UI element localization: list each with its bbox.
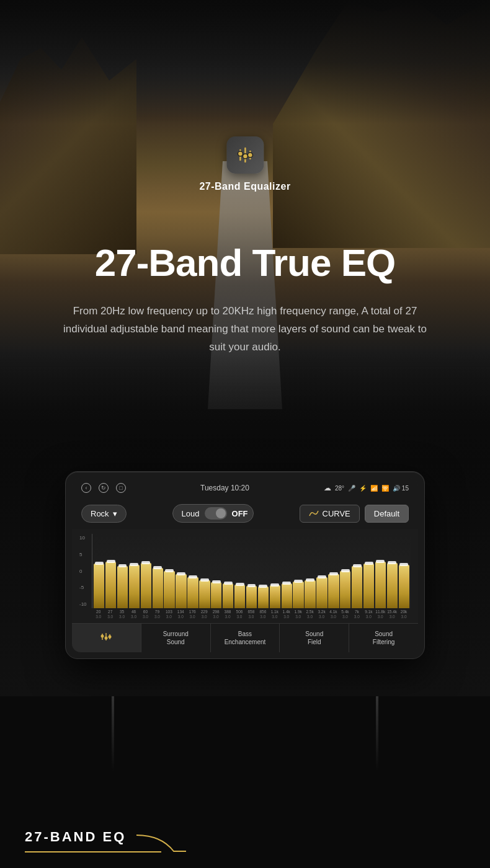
bottom-fade — [0, 347, 490, 471]
loud-toggle[interactable] — [205, 507, 227, 520]
eq-tab[interactable] — [72, 624, 141, 652]
eq-bar-9[interactable] — [199, 534, 210, 608]
eq-bar-22[interactable] — [352, 534, 362, 608]
eq-bar-17[interactable] — [293, 534, 303, 608]
eq-bar-21[interactable] — [340, 534, 350, 608]
back-button[interactable]: ‹ — [81, 483, 91, 493]
eq-bar-handle-6 — [165, 569, 174, 572]
refresh-button[interactable]: ↻ — [99, 483, 109, 493]
y-label-10: 10 — [79, 535, 92, 541]
default-button[interactable]: Default — [365, 505, 409, 523]
eq-bar-23[interactable] — [363, 534, 374, 608]
sliders-icon — [100, 631, 112, 642]
q-label-7: 3.0 — [176, 614, 186, 619]
q-label-13: 3.0 — [246, 614, 256, 619]
q-label-18: 3.0 — [305, 614, 315, 619]
eq-bar-26[interactable] — [399, 534, 409, 608]
sound-filtering-tab[interactable]: SoundFiltering — [349, 624, 418, 652]
curve-button[interactable]: CURVE — [300, 505, 360, 523]
eq-bars-area — [92, 534, 411, 608]
loud-toggle-group: Loud OFF — [172, 504, 254, 523]
q-label-26: 3.0 — [398, 614, 409, 619]
eq-bar-25[interactable] — [387, 534, 398, 608]
eq-bar-20[interactable] — [328, 534, 339, 608]
eq-bar-5[interactable] — [153, 534, 163, 608]
eq-bar-8[interactable] — [187, 534, 198, 608]
q-label-21: 3.0 — [340, 614, 350, 619]
app-title-small: 27-Band Equalizer — [199, 181, 290, 192]
bass-enhancement-tab[interactable]: BassEnchancement — [211, 624, 280, 652]
q-label-2: 3.0 — [117, 614, 127, 619]
freq-label-10: 298 — [210, 609, 221, 614]
freq-label-3: 46 — [128, 609, 139, 614]
eq-bar-handle-26 — [399, 563, 408, 566]
freq-label-18: 2.5k — [305, 609, 315, 614]
y-label-neg5: -5 — [79, 585, 92, 590]
bluetooth-icon: ⚡ — [359, 485, 367, 492]
freq-label-20: 4.1k — [328, 609, 339, 614]
mic-icon: 🎤 — [348, 485, 355, 492]
app-icon[interactable] — [226, 136, 264, 174]
eq-bar-14[interactable] — [258, 534, 269, 608]
freq-label-5: 79 — [152, 609, 163, 614]
freq-label-23: 9.1k — [363, 609, 374, 614]
sound-filtering-label: SoundFiltering — [373, 630, 395, 646]
freq-label-13: 658 — [246, 609, 256, 614]
hero-section: 27-Band Equalizer 27-Band True EQ From 2… — [0, 0, 490, 471]
q-label-5: 3.0 — [152, 614, 163, 619]
eq-bar-6[interactable] — [164, 534, 174, 608]
q-label-12: 3.0 — [234, 614, 244, 619]
surround-sound-tab[interactable]: SurroundSound — [141, 624, 211, 652]
bottom-tabs: SurroundSound BassEnchancement SoundFiel… — [72, 623, 418, 652]
eq-bar-0[interactable] — [94, 534, 104, 608]
eq-bar-4[interactable] — [141, 534, 151, 608]
eq-bar-10[interactable] — [211, 534, 221, 608]
eq-bar-1[interactable] — [105, 534, 116, 608]
freq-label-17: 1.9k — [293, 609, 303, 614]
right-controls: CURVE Default — [300, 505, 409, 523]
eq-bar-handle-21 — [341, 569, 350, 572]
eq-bar-handle-13 — [247, 584, 256, 587]
default-label: Default — [374, 509, 399, 518]
q-label-25: 3.0 — [386, 614, 397, 619]
eq-bar-handle-10 — [212, 580, 221, 583]
q-label-0: 3.0 — [93, 614, 104, 619]
svg-point-3 — [238, 151, 243, 156]
signal-icon: 📶 — [370, 485, 378, 492]
eq-bar-2[interactable] — [117, 534, 128, 608]
freq-label-11: 388 — [222, 609, 233, 614]
eq-bar-15[interactable] — [270, 534, 280, 608]
eq-bar-3[interactable] — [129, 534, 140, 608]
mockup-section: ‹ ↻ □ Tuesday 10:20 ☁ 28° 🎤 ⚡ 📶 🛜 🔊 15 — [0, 459, 490, 696]
gold-curve-svg — [136, 834, 186, 852]
q-label-10: 3.0 — [210, 614, 221, 619]
eq-bar-13[interactable] — [246, 534, 257, 608]
freq-label-22: 7k — [352, 609, 362, 614]
curve-label: CURVE — [323, 509, 350, 518]
app-icon-area: 27-Band Equalizer — [199, 136, 290, 192]
eq-bar-11[interactable] — [223, 534, 233, 608]
eq-controls-bar: Rock ▾ Loud OFF CURVE — [72, 498, 418, 529]
home-button[interactable]: □ — [116, 483, 126, 493]
volume-display: 🔊 15 — [393, 485, 409, 492]
eq-bar-handle-11 — [224, 582, 233, 585]
eq-bar-24[interactable] — [375, 534, 386, 608]
q-label-20: 3.0 — [328, 614, 339, 619]
svg-point-10 — [105, 637, 108, 640]
freq-label-15: 1.1k — [269, 609, 280, 614]
eq-bar-19[interactable] — [316, 534, 327, 608]
eq-bar-18[interactable] — [305, 534, 315, 608]
eq-bar-16[interactable] — [282, 534, 292, 608]
sound-field-tab[interactable]: SoundField — [280, 624, 349, 652]
preset-label: Rock — [91, 509, 109, 518]
y-label-5: 5 — [79, 552, 92, 557]
q-label-11: 3.0 — [222, 614, 233, 619]
freq-label-19: 3.2k — [316, 609, 327, 614]
eq-bar-7[interactable] — [176, 534, 186, 608]
freq-label-25: 15.4k — [386, 609, 397, 614]
preset-dropdown[interactable]: Rock ▾ — [81, 505, 127, 523]
eq-bar-handle-5 — [153, 566, 162, 569]
eq-bar-handle-19 — [318, 575, 326, 578]
freq-label-12: 506 — [234, 609, 244, 614]
eq-bar-12[interactable] — [234, 534, 245, 608]
